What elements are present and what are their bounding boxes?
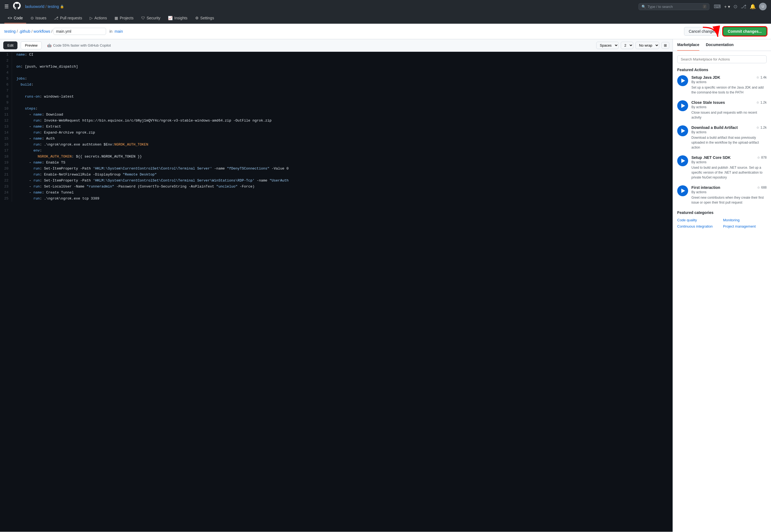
editor-toolbar: Edit Preview 🤖 Code 55% faster with GitH… xyxy=(0,39,673,52)
filename-input[interactable] xyxy=(53,28,106,35)
action-name-stale[interactable]: Close Stale Issues xyxy=(691,100,725,105)
issues-icon[interactable]: ⊙ xyxy=(733,4,737,10)
indent-select[interactable]: 2 xyxy=(621,42,633,49)
category-project-mgmt[interactable]: Project management xyxy=(723,224,767,228)
search-icon: 🔍 xyxy=(642,5,646,9)
nav-code-label: Code xyxy=(14,16,23,20)
code-line-11: 11 - name: Download xyxy=(0,112,673,118)
issues-nav-icon: ⊙ xyxy=(31,16,34,20)
action-desc-first: Greet new contributors when they create … xyxy=(691,195,767,205)
action-star-java: ☆ 1.4k xyxy=(756,75,767,79)
preview-tab[interactable]: Preview xyxy=(21,41,41,49)
copilot-icon: 🤖 xyxy=(47,43,52,47)
marketplace-tab[interactable]: Marketplace xyxy=(677,39,699,51)
code-line-19: 19 - name: Enable TS xyxy=(0,160,673,166)
breadcrumb-repo-link[interactable]: testing xyxy=(4,29,16,34)
repo-name-link[interactable]: testing xyxy=(48,4,59,9)
action-name-dotnet[interactable]: Setup .NET Core SDK xyxy=(691,155,731,160)
navbar-actions: ⌨ + ▾ ⊙ ⎇ 🔔 U xyxy=(714,3,767,10)
copilot-text: Code 55% faster with GitHub Copilot xyxy=(53,43,111,47)
pull-requests-icon[interactable]: ⎇ xyxy=(741,4,746,10)
nav-settings[interactable]: ⚙ Settings xyxy=(192,13,217,23)
action-star-artifact: ☆ 1.2k xyxy=(756,126,767,129)
global-search[interactable]: 🔍 Type / to search / xyxy=(639,3,709,10)
action-desc-dotnet: Used to build and publish .NET source. S… xyxy=(691,165,767,180)
code-line-4: 4 xyxy=(0,70,673,76)
nav-security[interactable]: 🛡 Security xyxy=(138,13,164,23)
nav-settings-label: Settings xyxy=(200,16,214,20)
nav-pull-requests[interactable]: ⎇ Pull requests xyxy=(51,13,85,23)
action-info-java: Setup Java JDK ☆ 1.4k By actions Set up … xyxy=(691,75,767,95)
notifications-icon[interactable]: 🔔 xyxy=(750,4,756,10)
code-line-13: 13 - name: Extract xyxy=(0,124,673,130)
action-icon-stale xyxy=(677,100,688,111)
editor-options: Spaces 2 No wrap ⊞ xyxy=(596,42,669,49)
breadcrumb-sep1: / xyxy=(17,29,18,34)
code-line-25: 25 run: .\ngrok\ngrok.exe tcp 3389 xyxy=(0,196,673,202)
play-icon-artifact xyxy=(681,129,685,133)
action-name-first[interactable]: First interaction xyxy=(691,185,720,190)
edit-tab[interactable]: Edit xyxy=(3,41,17,49)
commit-changes-button[interactable]: Commit changes... xyxy=(723,27,767,36)
nav-issues-label: Issues xyxy=(35,16,46,20)
code-editor[interactable]: 1 name: CI 2 3 on: [push, workflow_dispa… xyxy=(0,52,673,532)
code-line-2: 2 xyxy=(0,58,673,64)
user-avatar[interactable]: U xyxy=(759,3,767,10)
main-content: Edit Preview 🤖 Code 55% faster with GitH… xyxy=(0,39,771,532)
code-line-20: 20 run: Set-ItemProperty -Path 'HKLM:\Sy… xyxy=(0,166,673,172)
fullscreen-button[interactable]: ⊞ xyxy=(661,42,669,49)
code-line-12: 12 run: Invoke-WebRequest https://bin.eq… xyxy=(0,118,673,124)
search-placeholder: Type / to search xyxy=(648,5,673,9)
actions-nav-icon: ▷ xyxy=(90,16,93,20)
editor-area: Edit Preview 🤖 Code 55% faster with GitH… xyxy=(0,39,673,532)
code-line-8: 8 runs-on: windows-latest xyxy=(0,94,673,100)
arrow-indicator xyxy=(700,25,722,42)
settings-nav-icon: ⚙ xyxy=(195,16,199,20)
nav-insights[interactable]: 📈 Insights xyxy=(165,13,190,23)
action-desc-java: Set up a specific version of the Java JD… xyxy=(691,85,767,95)
code-line-5: 5 jobs: xyxy=(0,76,673,82)
code-line-14: 14 run: Expand-Archive ngrok.zip xyxy=(0,130,673,136)
code-line-1: 1 name: CI xyxy=(0,52,673,58)
nav-security-label: Security xyxy=(147,16,161,20)
nav-code[interactable]: <> Code xyxy=(4,13,26,23)
sidebar: Marketplace Documentation Featured Actio… xyxy=(673,39,771,532)
code-line-10: 10 steps: xyxy=(0,106,673,112)
hamburger-icon[interactable]: ☰ xyxy=(4,4,9,10)
plus-new-icon[interactable]: + ▾ xyxy=(724,4,730,9)
category-ci[interactable]: Continuous integration xyxy=(677,224,721,228)
breadcrumb-workflows-link[interactable]: workflows xyxy=(34,29,50,34)
terminal-icon[interactable]: ⌨ xyxy=(714,4,721,10)
nav-projects-label: Projects xyxy=(120,16,134,20)
breadcrumb-github-link[interactable]: .github xyxy=(19,29,30,34)
wrap-select[interactable]: No wrap xyxy=(636,42,659,49)
nav-issues[interactable]: ⊙ Issues xyxy=(27,13,50,23)
action-by-java: By actions xyxy=(691,80,767,84)
code-line-16: 16 run: .\ngrok\ngrok.exe authtoken $Env… xyxy=(0,142,673,148)
code-line-18: 18 NGROK_AUTH_TOKEN: ${{ secrets.NGROK_A… xyxy=(0,154,673,160)
category-monitoring[interactable]: Monitoring xyxy=(723,218,767,222)
security-nav-icon: 🛡 xyxy=(141,16,145,20)
action-item-first: First interaction ☆ 688 By actions Greet… xyxy=(677,185,767,205)
action-desc-stale: Close issues and pull requests with no r… xyxy=(691,110,767,120)
categories-title: Featured categories xyxy=(677,210,767,215)
copilot-badge: 🤖 Code 55% faster with GitHub Copilot xyxy=(47,43,111,47)
star-icon-dotnet: ☆ xyxy=(757,156,760,159)
category-code-quality[interactable]: Code quality xyxy=(677,218,721,222)
breadcrumb-sep3: / xyxy=(52,29,53,34)
repo-owner-link[interactable]: laoluoworld xyxy=(25,4,44,9)
code-line-17: 17 env: xyxy=(0,148,673,154)
insights-nav-icon: 📈 xyxy=(168,16,173,20)
action-icon-artifact xyxy=(677,125,688,136)
star-icon-java: ☆ xyxy=(756,75,759,79)
code-line-3: 3 on: [push, workflow_dispatch] xyxy=(0,64,673,70)
code-line-21: 21 run: Enable-NetFirewallRule -DisplayG… xyxy=(0,172,673,178)
featured-actions-title: Featured Actions xyxy=(677,68,767,72)
action-name-artifact[interactable]: Download a Build Artifact xyxy=(691,125,738,130)
marketplace-search-input[interactable] xyxy=(677,55,767,63)
github-logo xyxy=(13,2,21,11)
action-name-java[interactable]: Setup Java JDK xyxy=(691,75,720,80)
nav-projects[interactable]: ▦ Projects xyxy=(111,13,137,23)
spaces-select[interactable]: Spaces xyxy=(596,42,619,49)
nav-actions[interactable]: ▷ Actions xyxy=(86,13,110,23)
